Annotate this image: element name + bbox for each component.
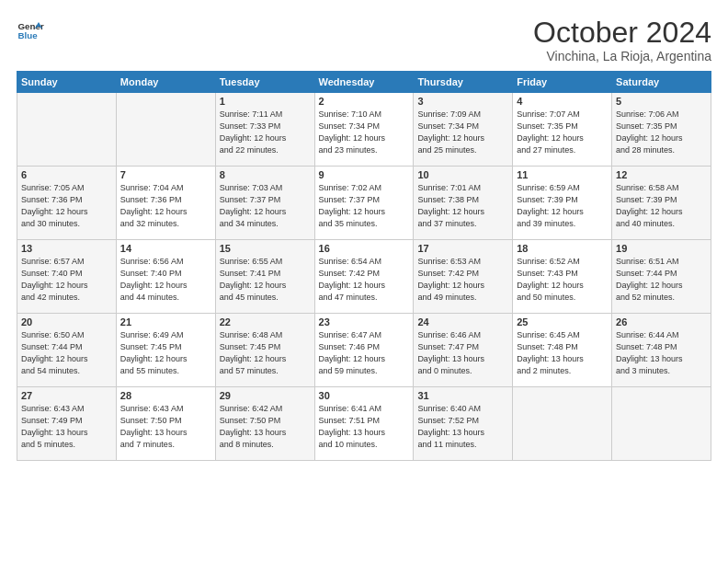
day-number: 28: [120, 390, 211, 401]
header-monday: Monday: [116, 72, 215, 93]
day-info: Sunrise: 6:51 AM Sunset: 7:44 PM Dayligh…: [616, 256, 707, 304]
day-info: Sunrise: 6:43 AM Sunset: 7:49 PM Dayligh…: [21, 403, 112, 451]
logo: General Blue: [17, 17, 44, 44]
day-number: 17: [417, 243, 508, 254]
title-block: October 2024 Vinchina, La Rioja, Argenti…: [533, 17, 711, 63]
day-number: 6: [21, 169, 112, 180]
day-cell: 16Sunrise: 6:54 AM Sunset: 7:42 PM Dayli…: [314, 240, 414, 314]
day-info: Sunrise: 7:04 AM Sunset: 7:36 PM Dayligh…: [120, 182, 211, 230]
day-cell: 31Sunrise: 6:40 AM Sunset: 7:52 PM Dayli…: [414, 387, 513, 461]
day-number: 16: [319, 243, 410, 254]
day-number: 22: [220, 316, 311, 327]
day-info: Sunrise: 6:44 AM Sunset: 7:48 PM Dayligh…: [616, 329, 707, 377]
day-cell: 30Sunrise: 6:41 AM Sunset: 7:51 PM Dayli…: [314, 387, 414, 461]
day-number: 19: [616, 243, 707, 254]
day-number: 21: [120, 316, 211, 327]
day-number: 29: [220, 390, 311, 401]
week-row-2: 6Sunrise: 7:05 AM Sunset: 7:36 PM Daylig…: [17, 167, 711, 240]
day-cell: 24Sunrise: 6:46 AM Sunset: 7:47 PM Dayli…: [414, 314, 513, 387]
day-number: 9: [319, 169, 410, 180]
day-cell: 28Sunrise: 6:43 AM Sunset: 7:50 PM Dayli…: [116, 387, 215, 461]
day-info: Sunrise: 6:41 AM Sunset: 7:51 PM Dayligh…: [319, 403, 410, 451]
header-thursday: Thursday: [414, 72, 513, 93]
day-cell: 9Sunrise: 7:02 AM Sunset: 7:37 PM Daylig…: [314, 167, 414, 240]
days-header-row: Sunday Monday Tuesday Wednesday Thursday…: [17, 72, 711, 93]
header-tuesday: Tuesday: [215, 72, 314, 93]
day-info: Sunrise: 6:55 AM Sunset: 7:41 PM Dayligh…: [220, 256, 311, 304]
day-number: 20: [21, 316, 112, 327]
day-number: 30: [319, 390, 410, 401]
day-cell: 10Sunrise: 7:01 AM Sunset: 7:38 PM Dayli…: [414, 167, 513, 240]
day-info: Sunrise: 7:05 AM Sunset: 7:36 PM Dayligh…: [21, 182, 112, 230]
day-cell: 1Sunrise: 7:11 AM Sunset: 7:33 PM Daylig…: [215, 93, 314, 167]
day-cell: 21Sunrise: 6:49 AM Sunset: 7:45 PM Dayli…: [116, 314, 215, 387]
day-cell: 4Sunrise: 7:07 AM Sunset: 7:35 PM Daylig…: [513, 93, 612, 167]
day-info: Sunrise: 6:54 AM Sunset: 7:42 PM Dayligh…: [319, 256, 410, 304]
day-info: Sunrise: 6:48 AM Sunset: 7:45 PM Dayligh…: [220, 329, 311, 377]
week-row-4: 20Sunrise: 6:50 AM Sunset: 7:44 PM Dayli…: [17, 314, 711, 387]
day-cell: 25Sunrise: 6:45 AM Sunset: 7:48 PM Dayli…: [513, 314, 612, 387]
week-row-5: 27Sunrise: 6:43 AM Sunset: 7:49 PM Dayli…: [17, 387, 711, 461]
header-saturday: Saturday: [612, 72, 711, 93]
day-number: 14: [120, 243, 211, 254]
day-number: 8: [220, 169, 311, 180]
calendar-table: Sunday Monday Tuesday Wednesday Thursday…: [17, 71, 711, 461]
day-info: Sunrise: 6:58 AM Sunset: 7:39 PM Dayligh…: [616, 182, 707, 230]
svg-text:Blue: Blue: [18, 30, 39, 40]
day-info: Sunrise: 6:52 AM Sunset: 7:43 PM Dayligh…: [517, 256, 608, 304]
day-cell: 29Sunrise: 6:42 AM Sunset: 7:50 PM Dayli…: [215, 387, 314, 461]
day-cell: 6Sunrise: 7:05 AM Sunset: 7:36 PM Daylig…: [17, 167, 117, 240]
day-number: 25: [517, 316, 608, 327]
day-info: Sunrise: 7:09 AM Sunset: 7:34 PM Dayligh…: [417, 109, 508, 156]
day-number: 26: [616, 316, 707, 327]
day-number: 3: [417, 96, 508, 107]
day-info: Sunrise: 6:45 AM Sunset: 7:48 PM Dayligh…: [517, 329, 608, 377]
day-cell: 11Sunrise: 6:59 AM Sunset: 7:39 PM Dayli…: [513, 167, 612, 240]
day-number: 7: [120, 169, 211, 180]
day-info: Sunrise: 7:10 AM Sunset: 7:34 PM Dayligh…: [319, 109, 410, 156]
day-cell: 12Sunrise: 6:58 AM Sunset: 7:39 PM Dayli…: [612, 167, 711, 240]
day-cell: 3Sunrise: 7:09 AM Sunset: 7:34 PM Daylig…: [414, 93, 513, 167]
day-number: 1: [220, 96, 311, 107]
day-number: 18: [517, 243, 608, 254]
day-info: Sunrise: 6:43 AM Sunset: 7:50 PM Dayligh…: [120, 403, 211, 451]
day-info: Sunrise: 7:07 AM Sunset: 7:35 PM Dayligh…: [517, 109, 608, 156]
day-cell: 17Sunrise: 6:53 AM Sunset: 7:42 PM Dayli…: [414, 240, 513, 314]
day-cell: [612, 387, 711, 461]
day-number: 4: [517, 96, 608, 107]
day-number: 12: [616, 169, 707, 180]
day-cell: 5Sunrise: 7:06 AM Sunset: 7:35 PM Daylig…: [612, 93, 711, 167]
day-info: Sunrise: 6:49 AM Sunset: 7:45 PM Dayligh…: [120, 329, 211, 377]
day-cell: 7Sunrise: 7:04 AM Sunset: 7:36 PM Daylig…: [116, 167, 215, 240]
day-number: 5: [616, 96, 707, 107]
day-cell: 19Sunrise: 6:51 AM Sunset: 7:44 PM Dayli…: [612, 240, 711, 314]
location-subtitle: Vinchina, La Rioja, Argentina: [533, 49, 711, 63]
day-info: Sunrise: 6:47 AM Sunset: 7:46 PM Dayligh…: [319, 329, 410, 377]
week-row-3: 13Sunrise: 6:57 AM Sunset: 7:40 PM Dayli…: [17, 240, 711, 314]
day-info: Sunrise: 6:46 AM Sunset: 7:47 PM Dayligh…: [417, 329, 508, 377]
header: General Blue October 2024 Vinchina, La R…: [17, 17, 711, 63]
day-number: 23: [319, 316, 410, 327]
calendar-container: General Blue October 2024 Vinchina, La R…: [0, 0, 728, 470]
day-info: Sunrise: 7:02 AM Sunset: 7:37 PM Dayligh…: [319, 182, 410, 230]
day-cell: 2Sunrise: 7:10 AM Sunset: 7:34 PM Daylig…: [314, 93, 414, 167]
header-sunday: Sunday: [17, 72, 117, 93]
day-cell: [116, 93, 215, 167]
day-info: Sunrise: 7:06 AM Sunset: 7:35 PM Dayligh…: [616, 109, 707, 156]
day-info: Sunrise: 7:11 AM Sunset: 7:33 PM Dayligh…: [220, 109, 311, 156]
day-number: 13: [21, 243, 112, 254]
day-cell: 15Sunrise: 6:55 AM Sunset: 7:41 PM Dayli…: [215, 240, 314, 314]
day-cell: 8Sunrise: 7:03 AM Sunset: 7:37 PM Daylig…: [215, 167, 314, 240]
day-info: Sunrise: 7:03 AM Sunset: 7:37 PM Dayligh…: [220, 182, 311, 230]
day-cell: 26Sunrise: 6:44 AM Sunset: 7:48 PM Dayli…: [612, 314, 711, 387]
day-cell: 13Sunrise: 6:57 AM Sunset: 7:40 PM Dayli…: [17, 240, 117, 314]
day-number: 31: [417, 390, 508, 401]
day-cell: [17, 93, 117, 167]
day-cell: [513, 387, 612, 461]
day-info: Sunrise: 6:57 AM Sunset: 7:40 PM Dayligh…: [21, 256, 112, 304]
day-info: Sunrise: 6:42 AM Sunset: 7:50 PM Dayligh…: [220, 403, 311, 451]
day-info: Sunrise: 6:53 AM Sunset: 7:42 PM Dayligh…: [417, 256, 508, 304]
day-cell: 22Sunrise: 6:48 AM Sunset: 7:45 PM Dayli…: [215, 314, 314, 387]
day-number: 24: [417, 316, 508, 327]
day-cell: 18Sunrise: 6:52 AM Sunset: 7:43 PM Dayli…: [513, 240, 612, 314]
